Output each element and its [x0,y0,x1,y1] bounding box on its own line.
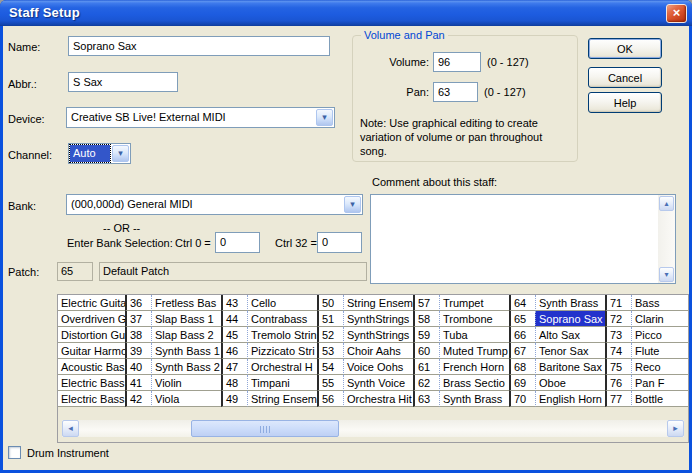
patch-name-cell[interactable]: Synth Brass [535,295,605,311]
patch-number-cell[interactable]: 54 [317,359,343,375]
patch-number-cell[interactable]: 68 [509,359,535,375]
patch-number-cell[interactable]: 47 [221,359,247,375]
patch-number-cell[interactable]: 48 [221,375,247,391]
patch-name-cell[interactable]: Pizzicato Stri [247,343,317,359]
patch-name-cell[interactable]: Slap Bass 1 [151,311,221,327]
patch-name-cell[interactable]: Synth Brass [439,391,509,407]
patch-name-cell[interactable]: String Ensem [343,295,413,311]
patch-number-cell[interactable]: 50 [317,295,343,311]
scrollbar-thumb[interactable] [191,420,339,437]
patch-number-cell[interactable]: 59 [413,327,439,343]
patch-name-cell[interactable]: Tuba [439,327,509,343]
patch-name-cell[interactable]: French Horn [439,359,509,375]
patch-name-cell[interactable]: Muted Trump [439,343,509,359]
patch-name-cell[interactable]: Orchestral H [247,359,317,375]
patch-horizontal-scrollbar[interactable]: ◂ ▸ [62,420,684,437]
patch-number-cell[interactable]: 53 [317,343,343,359]
patch-name-cell[interactable]: Choir Aahs [343,343,413,359]
patch-number-cell[interactable]: 74 [605,343,631,359]
title-bar[interactable]: Staff Setup × [0,0,692,26]
patch-name-cell[interactable]: Pan F [631,375,689,391]
close-button[interactable]: × [666,4,687,23]
patch-name-cell[interactable]: Trumpet [439,295,509,311]
patch-name-cell[interactable]: Electric Bass [58,391,125,407]
patch-number-cell[interactable]: 42 [125,391,151,407]
scroll-down-button[interactable]: ▾ [659,267,674,282]
patch-name-cell[interactable]: Fretless Bas [151,295,221,311]
patch-name-cell[interactable]: SynthStrings [343,311,413,327]
patch-number-cell[interactable]: 41 [125,375,151,391]
patch-name-cell[interactable]: Guitar Harmo [58,343,125,359]
patch-name-cell[interactable]: Electric Guita [58,295,125,311]
patch-number-cell[interactable]: 65 [509,311,535,327]
patch-number-cell[interactable]: 45 [221,327,247,343]
ok-button[interactable]: OK [588,38,662,59]
channel-dropdown[interactable]: Auto ▾ [68,143,131,164]
patch-number-cell[interactable]: 57 [413,295,439,311]
patch-number-cell[interactable]: 44 [221,311,247,327]
patch-name-cell[interactable]: Bass [631,295,689,311]
patch-name-cell[interactable]: Tremolo Strin [247,327,317,343]
patch-name-cell[interactable]: Flute [631,343,689,359]
name-input[interactable]: Soprano Sax [68,36,330,56]
patch-number-cell[interactable]: 61 [413,359,439,375]
patch-number-cell[interactable]: 62 [413,375,439,391]
ctrl0-input[interactable]: 0 [215,232,260,253]
patch-name-cell[interactable]: Acoustic Bas [58,359,125,375]
patch-number-cell[interactable]: 38 [125,327,151,343]
channel-dropdown-button[interactable]: ▾ [112,145,129,162]
device-dropdown-button[interactable]: ▾ [316,109,333,126]
patch-number-cell[interactable]: 56 [317,391,343,407]
abbr-input[interactable]: S Sax [68,72,178,92]
patch-name-cell[interactable]: Overdriven G [58,311,125,327]
cancel-button[interactable]: Cancel [588,67,662,88]
patch-number-cell[interactable]: 69 [509,375,535,391]
patch-name-cell[interactable]: Synth Voice [343,375,413,391]
patch-number-cell[interactable]: 71 [605,295,631,311]
patch-number-cell[interactable]: 39 [125,343,151,359]
patch-name-cell[interactable]: String Ensem [247,391,317,407]
patch-number-cell[interactable]: 63 [413,391,439,407]
patch-number-cell[interactable]: 64 [509,295,535,311]
patch-name-cell[interactable]: Picco [631,327,689,343]
scroll-right-button[interactable]: ▸ [667,420,684,437]
patch-name-cell[interactable]: Reco [631,359,689,375]
comment-vertical-scrollbar[interactable]: ▴ ▾ [658,195,675,283]
patch-name-cell[interactable]: Timpani [247,375,317,391]
patch-name-cell[interactable]: Clarin [631,311,689,327]
bank-dropdown[interactable]: (000,000d) General MIDI ▾ [66,194,363,215]
scroll-left-button[interactable]: ◂ [62,420,79,437]
volume-input[interactable]: 96 [433,52,481,72]
patch-number-cell[interactable]: 37 [125,311,151,327]
patch-number-cell[interactable]: 60 [413,343,439,359]
patch-number-cell[interactable]: 76 [605,375,631,391]
patch-name-cell[interactable]: English Horn [535,391,605,407]
patch-name-cell[interactable]: Soprano Sax [535,311,605,327]
patch-number-cell[interactable]: 67 [509,343,535,359]
patch-number-cell[interactable]: 51 [317,311,343,327]
comment-textarea[interactable]: ▴ ▾ [370,194,676,284]
scroll-up-button[interactable]: ▴ [659,196,674,211]
help-button[interactable]: Help [588,92,662,113]
patch-number-cell[interactable]: 49 [221,391,247,407]
patch-name-cell[interactable]: Bottle [631,391,689,407]
patch-number-cell[interactable]: 40 [125,359,151,375]
patch-name-cell[interactable]: Viola [151,391,221,407]
patch-name-cell[interactable]: Voice Oohs [343,359,413,375]
patch-name-cell[interactable]: Trombone [439,311,509,327]
patch-name-cell[interactable]: Contrabass [247,311,317,327]
patch-name-cell[interactable]: Synth Bass 1 [151,343,221,359]
patch-number-cell[interactable]: 52 [317,327,343,343]
patch-name-cell[interactable]: Alto Sax [535,327,605,343]
patch-number-cell[interactable]: 77 [605,391,631,407]
patch-name-cell[interactable]: Tenor Sax [535,343,605,359]
patch-number-cell[interactable]: 43 [221,295,247,311]
drum-instrument-checkbox[interactable] [8,446,21,459]
patch-number-cell[interactable]: 70 [509,391,535,407]
ctrl32-input[interactable]: 0 [317,232,362,253]
pan-input[interactable]: 63 [433,82,478,102]
patch-name-cell[interactable]: Orchestra Hit [343,391,413,407]
patch-number-cell[interactable]: 75 [605,359,631,375]
patch-number-cell[interactable]: 72 [605,311,631,327]
patch-number-cell[interactable]: 55 [317,375,343,391]
